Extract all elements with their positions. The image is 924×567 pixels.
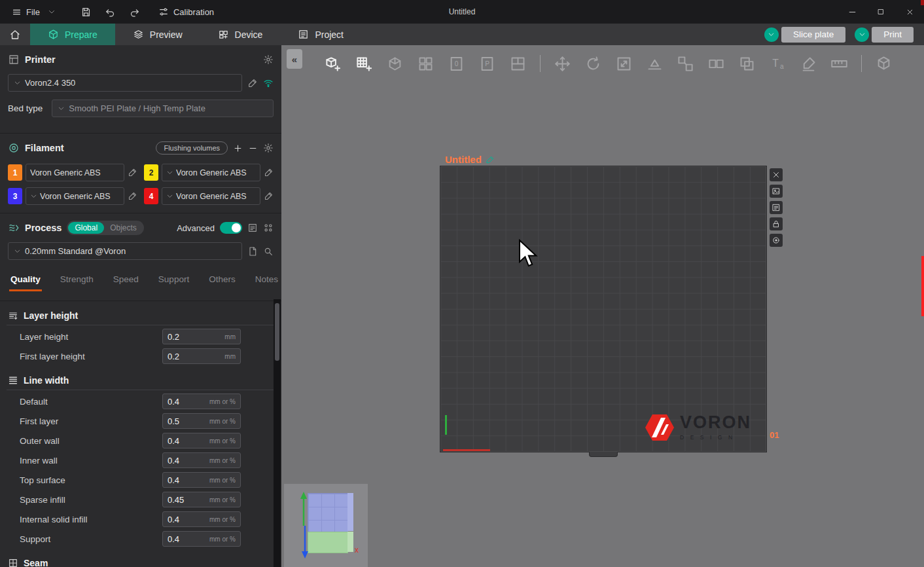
process-tab-support[interactable]: Support bbox=[157, 272, 190, 291]
maximize-button[interactable] bbox=[866, 0, 895, 24]
printer-settings-gear-icon[interactable] bbox=[263, 54, 274, 65]
advanced-toggle[interactable] bbox=[220, 222, 242, 234]
setting-input[interactable]: 0.4mm or % bbox=[162, 511, 241, 527]
filament-slot-1[interactable]: 1Voron Generic ABS bbox=[8, 164, 137, 181]
filament-preset-select[interactable]: Voron Generic ABS bbox=[162, 187, 260, 205]
close-button[interactable] bbox=[895, 0, 924, 24]
process-list-icon[interactable] bbox=[247, 223, 258, 233]
move-icon[interactable] bbox=[554, 55, 571, 73]
redo-icon[interactable] bbox=[129, 7, 140, 18]
slice-options-button[interactable] bbox=[764, 27, 779, 42]
assembly-icon[interactable] bbox=[875, 55, 893, 73]
edit-filament-icon[interactable] bbox=[128, 168, 137, 177]
lock-plate-icon[interactable] bbox=[770, 217, 783, 230]
plate-name-icon[interactable] bbox=[770, 234, 783, 247]
flushing-volumes-button[interactable]: Flushing volumes bbox=[156, 141, 228, 155]
edit-plate-name-icon[interactable] bbox=[486, 155, 495, 164]
paint-icon[interactable] bbox=[800, 55, 817, 73]
slice-plate-button[interactable]: Slice plate bbox=[781, 27, 845, 43]
flatten-icon[interactable] bbox=[646, 55, 664, 73]
setting-input[interactable]: 0.4mm or % bbox=[162, 472, 241, 488]
rotate-icon[interactable] bbox=[584, 55, 602, 73]
paste-icon[interactable]: P bbox=[478, 55, 496, 73]
plate-thumbnail-icon[interactable] bbox=[770, 185, 783, 198]
arrange-icon[interactable] bbox=[417, 55, 435, 73]
edit-filament-icon[interactable] bbox=[264, 191, 274, 201]
print-options-button[interactable] bbox=[855, 27, 869, 42]
setting-input[interactable]: 0.4mm or % bbox=[162, 433, 241, 448]
tab-project[interactable]: Project bbox=[280, 24, 361, 45]
edit-printer-icon[interactable] bbox=[247, 78, 258, 88]
process-tab-quality[interactable]: Quality bbox=[9, 272, 42, 291]
mesh-boolean-icon[interactable] bbox=[738, 55, 756, 73]
process-tab-others[interactable]: Others bbox=[207, 272, 237, 291]
filament-color-swatch[interactable]: 1 bbox=[8, 164, 22, 181]
printer-preset-select[interactable]: Voron2.4 350 bbox=[8, 74, 242, 92]
filament-color-swatch[interactable]: 4 bbox=[144, 188, 158, 204]
scrollbar-thumb[interactable] bbox=[275, 303, 279, 361]
split-parts-icon[interactable] bbox=[707, 55, 725, 73]
process-tabs: QualityStrengthSpeedSupportOthersNotes bbox=[0, 268, 281, 293]
filament-slot-2[interactable]: 2Voron Generic ABS bbox=[144, 164, 274, 181]
plate-name[interactable]: Untitled bbox=[445, 154, 495, 165]
sidebar-scrollbar[interactable] bbox=[274, 299, 281, 567]
build-plate[interactable]: VORON DESIGN bbox=[440, 166, 767, 452]
minimize-button[interactable] bbox=[838, 0, 866, 24]
add-object-icon[interactable] bbox=[325, 55, 342, 73]
print-button[interactable]: Print bbox=[872, 27, 914, 43]
collapse-sidebar-button[interactable]: « bbox=[287, 49, 302, 69]
process-tab-strength[interactable]: Strength bbox=[59, 272, 95, 291]
setting-input[interactable]: 0.4mm or % bbox=[162, 452, 241, 468]
setting-input[interactable]: 0.4mm or % bbox=[162, 531, 241, 547]
scale-icon[interactable] bbox=[615, 55, 633, 73]
filament-slot-4[interactable]: 4Voron Generic ABS bbox=[144, 187, 274, 205]
auto-orient-icon[interactable] bbox=[386, 55, 404, 73]
undo-icon[interactable] bbox=[105, 7, 116, 18]
tab-device[interactable]: Device bbox=[200, 24, 281, 45]
save-icon[interactable] bbox=[80, 7, 92, 18]
home-button[interactable] bbox=[0, 24, 30, 45]
save-preset-icon[interactable] bbox=[247, 246, 258, 257]
bed-type-select[interactable]: Smooth PEI Plate / High Temp Plate bbox=[52, 100, 274, 117]
calibration-button[interactable]: Calibration bbox=[158, 7, 214, 17]
search-settings-icon[interactable] bbox=[263, 246, 274, 257]
remove-filament-icon[interactable] bbox=[248, 143, 258, 153]
process-tab-notes[interactable]: Notes bbox=[254, 272, 279, 291]
add-plate-icon[interactable] bbox=[355, 55, 373, 73]
edit-filament-icon[interactable] bbox=[128, 191, 137, 201]
add-filament-icon[interactable] bbox=[233, 143, 243, 153]
setting-input[interactable]: 0.2mm bbox=[162, 348, 241, 364]
split-objects-icon[interactable] bbox=[677, 55, 694, 73]
file-chevron-icon[interactable] bbox=[48, 8, 56, 16]
setting-input[interactable]: 0.5mm or % bbox=[162, 413, 241, 429]
setting-input[interactable]: 0.4mm or % bbox=[162, 393, 241, 409]
tab-label: Prepare bbox=[65, 29, 98, 40]
setting-input[interactable]: 0.2mm bbox=[162, 329, 241, 344]
filament-settings-gear-icon[interactable] bbox=[263, 143, 274, 153]
scope-toggle[interactable]: Global Objects bbox=[67, 221, 143, 235]
tab-preview[interactable]: Preview bbox=[115, 24, 200, 45]
filament-preset-select[interactable]: Voron Generic ABS bbox=[26, 164, 124, 181]
printer-connection-icon[interactable] bbox=[263, 78, 274, 88]
filament-preset-select[interactable]: Voron Generic ABS bbox=[26, 187, 124, 205]
process-preset-select[interactable]: 0.20mm Standard @Voron bbox=[8, 242, 242, 260]
filament-preset-select[interactable]: Voron Generic ABS bbox=[162, 164, 260, 181]
filament-color-swatch[interactable]: 3 bbox=[8, 188, 22, 204]
scope-objects[interactable]: Objects bbox=[104, 222, 143, 234]
copy-icon[interactable]: 0 bbox=[448, 55, 465, 73]
layout-icon[interactable] bbox=[509, 55, 527, 73]
tab-prepare[interactable]: Prepare bbox=[30, 24, 115, 45]
file-menu[interactable]: File bbox=[7, 5, 45, 20]
edit-filament-icon[interactable] bbox=[264, 168, 274, 177]
setting-input[interactable]: 0.45mm or % bbox=[162, 492, 241, 507]
text-tool-icon[interactable]: Ta bbox=[769, 55, 787, 73]
measure-icon[interactable] bbox=[830, 55, 848, 73]
compare-presets-icon[interactable] bbox=[263, 223, 274, 233]
plate-settings-icon[interactable] bbox=[770, 201, 783, 214]
process-tab-speed[interactable]: Speed bbox=[112, 272, 140, 291]
scope-global[interactable]: Global bbox=[68, 222, 104, 234]
filament-color-swatch[interactable]: 2 bbox=[144, 164, 158, 181]
delete-plate-icon[interactable] bbox=[770, 168, 783, 181]
viewport-3d[interactable]: « 0PTa Untitled VORON DESIGN bbox=[281, 45, 924, 567]
filament-slot-3[interactable]: 3Voron Generic ABS bbox=[8, 187, 137, 205]
